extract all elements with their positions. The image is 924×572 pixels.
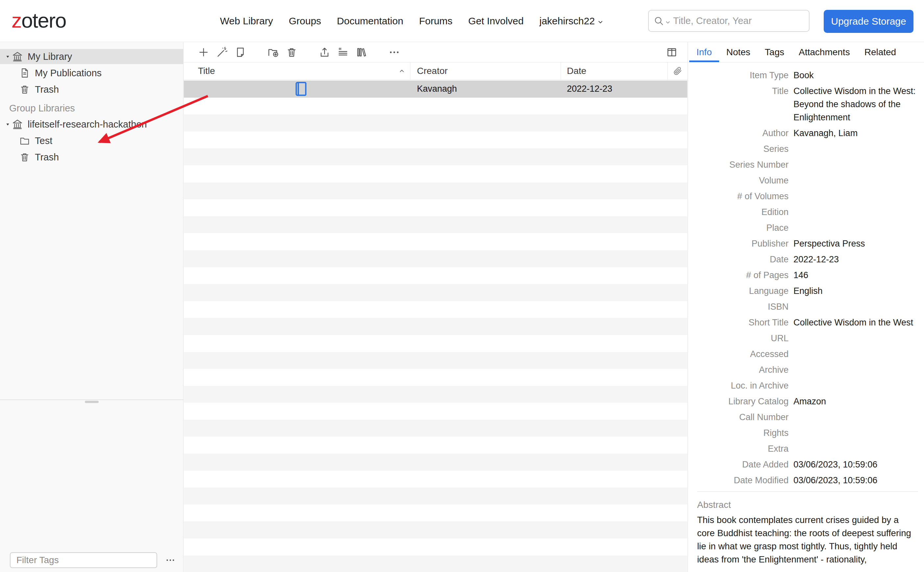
- info-field-value[interactable]: Collective Wisdom in the West: [793, 316, 921, 329]
- library-lookup-button[interactable]: [355, 45, 368, 59]
- info-field-value[interactable]: [793, 379, 921, 392]
- info-field: Loc. in Archive: [688, 378, 924, 393]
- table-row-empty: [184, 488, 687, 505]
- tab-related[interactable]: Related: [857, 42, 904, 62]
- sidebar-item-trash[interactable]: Trash: [0, 82, 183, 97]
- columns-icon: [666, 46, 678, 59]
- info-field-value[interactable]: Kavanagh, Liam: [793, 127, 921, 140]
- info-field: # of Volumes: [688, 188, 924, 204]
- sidebar-item-lifeitself-research-hackathon[interactable]: lifeitself-research-hackathon: [0, 117, 183, 132]
- search-input[interactable]: [673, 16, 804, 26]
- table-row-empty: [184, 165, 687, 182]
- tab-notes[interactable]: Notes: [719, 42, 758, 62]
- info-field-value[interactable]: Book: [793, 69, 921, 82]
- nav-documentation[interactable]: Documentation: [337, 16, 403, 26]
- new-item-button[interactable]: [197, 45, 210, 59]
- info-field-value[interactable]: 03/06/2023, 10:59:06: [793, 474, 921, 487]
- info-field-value[interactable]: [793, 142, 921, 155]
- table-row-empty: [184, 420, 687, 437]
- column-header-date[interactable]: Date: [561, 62, 668, 79]
- info-field: Rights: [688, 425, 924, 441]
- zotero-logo[interactable]: zotero: [11, 5, 66, 36]
- new-collection-button[interactable]: [267, 45, 280, 59]
- sidebar-item-my-publications[interactable]: My Publications: [0, 65, 183, 81]
- info-field-label: Date: [688, 253, 789, 266]
- collections-sidebar: My Library My Publications Trash Group L…: [0, 42, 184, 572]
- info-field: Publisher Perspectiva Press: [688, 236, 924, 252]
- table-row-empty: [184, 233, 687, 250]
- info-field-value[interactable]: [793, 363, 921, 376]
- upgrade-storage-button[interactable]: Upgrade Storage: [824, 10, 913, 33]
- table-row[interactable]: Collective Wisdom in the West: Beyond th…: [184, 81, 687, 98]
- table-row-empty: [184, 505, 687, 522]
- search-mode-chevron-icon[interactable]: [664, 19, 671, 26]
- nav-groups[interactable]: Groups: [289, 16, 321, 26]
- info-field-value[interactable]: Collective Wisdom in the West: Beyond th…: [793, 84, 921, 124]
- info-field-value[interactable]: [793, 410, 921, 424]
- info-field-value[interactable]: English: [793, 284, 921, 297]
- new-note-button[interactable]: [234, 45, 247, 59]
- add-by-identifier-button[interactable]: [215, 45, 229, 59]
- info-field-label: Place: [688, 221, 789, 235]
- info-field-value[interactable]: [793, 426, 921, 440]
- sidebar-item-label: My Library: [28, 51, 72, 62]
- splitter-grip[interactable]: [85, 401, 99, 403]
- info-field-value[interactable]: 2022-12-23: [793, 253, 921, 266]
- info-field-value[interactable]: [793, 174, 921, 187]
- info-field-value[interactable]: [793, 300, 921, 313]
- column-header-title[interactable]: Title: [184, 62, 411, 79]
- info-field-value[interactable]: [793, 221, 921, 235]
- info-field-value[interactable]: [793, 347, 921, 361]
- sidebar-item-my-library[interactable]: My Library: [0, 49, 183, 64]
- sidebar-item-label: Trash: [35, 84, 59, 95]
- tab-attachments[interactable]: Attachments: [792, 42, 857, 62]
- item-creator: Kavanagh: [411, 81, 561, 98]
- column-picker-button[interactable]: [665, 45, 679, 59]
- sidebar-item-test-collection[interactable]: Test: [0, 133, 183, 148]
- items-pane: Title Creator Date Collective Wisdom in …: [184, 42, 687, 572]
- export-button[interactable]: [318, 45, 331, 59]
- create-bibliography-button[interactable]: [336, 45, 350, 59]
- info-field-value[interactable]: Perspectiva Press: [793, 237, 921, 250]
- table-row-empty: [184, 132, 687, 149]
- more-button[interactable]: [388, 45, 401, 59]
- info-field-label: Title: [688, 84, 789, 124]
- disclosure-triangle-icon[interactable]: [3, 120, 12, 129]
- info-field-value[interactable]: [793, 442, 921, 455]
- column-header-creator[interactable]: Creator: [411, 62, 561, 79]
- nav-forums[interactable]: Forums: [419, 16, 453, 26]
- info-field-value[interactable]: Amazon: [793, 395, 921, 408]
- info-field: Volume: [688, 173, 924, 188]
- abstract-text[interactable]: This book contemplates current crises gu…: [697, 513, 918, 566]
- info-field-value[interactable]: [793, 190, 921, 203]
- column-header-attachments[interactable]: [668, 62, 687, 79]
- nav-web-library[interactable]: Web Library: [220, 16, 273, 26]
- info-field: Place: [688, 220, 924, 236]
- info-field-value[interactable]: 03/06/2023, 10:59:06: [793, 458, 921, 471]
- sidebar-section-group-libraries[interactable]: Group Libraries: [0, 101, 183, 115]
- info-field-label: Call Number: [688, 410, 789, 424]
- info-field-value[interactable]: [793, 158, 921, 171]
- tag-selector-more-button[interactable]: [163, 553, 177, 567]
- info-field: Archive: [688, 362, 924, 378]
- delete-item-button[interactable]: [285, 45, 298, 59]
- disclosure-triangle-icon[interactable]: [3, 52, 12, 61]
- info-field-value[interactable]: [793, 205, 921, 219]
- nav-user-menu[interactable]: jakehirsch22: [540, 16, 604, 26]
- table-row-empty: [184, 284, 687, 301]
- tab-info[interactable]: Info: [689, 42, 719, 62]
- info-field-value[interactable]: 146: [793, 269, 921, 282]
- table-row-empty: [184, 556, 687, 572]
- info-field-label: Accessed: [688, 347, 789, 361]
- sidebar-item-group-trash[interactable]: Trash: [0, 149, 183, 165]
- nav-get-involved[interactable]: Get Involved: [468, 16, 524, 26]
- sort-ascending-icon: [398, 67, 406, 75]
- filter-tags-input[interactable]: [10, 552, 157, 568]
- info-field-label: Extra: [688, 442, 789, 455]
- pane-splitter[interactable]: [0, 399, 183, 403]
- info-field-value[interactable]: [793, 332, 921, 345]
- info-field-label: # of Pages: [688, 269, 789, 282]
- tab-tags[interactable]: Tags: [758, 42, 792, 62]
- info-field-label: URL: [688, 332, 789, 345]
- table-row-empty: [184, 318, 687, 335]
